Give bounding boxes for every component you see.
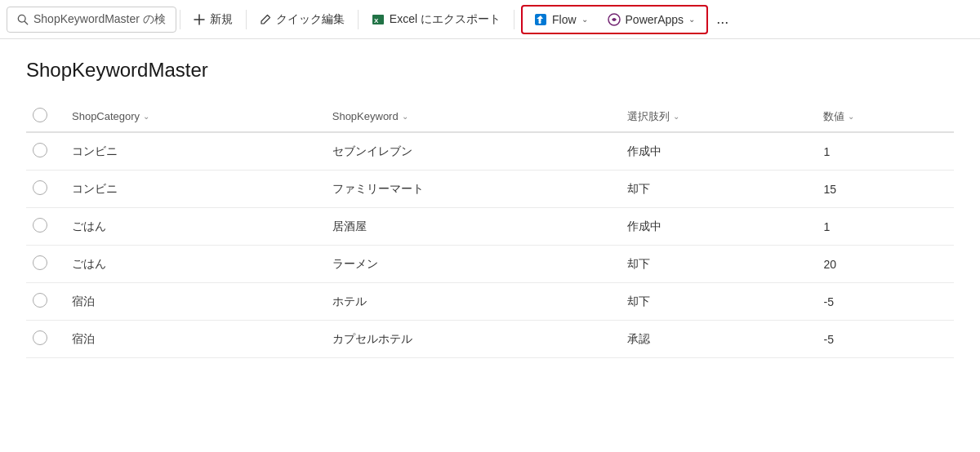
row-checkbox-cell — [26, 132, 59, 171]
col-sentakushi-label: 選択肢列 — [627, 109, 670, 124]
row-checkbox[interactable] — [33, 218, 47, 233]
col-shopcategory-label: ShopCategory — [72, 110, 140, 122]
powerapps-button[interactable]: PowerApps ⌄ — [598, 8, 706, 31]
table-row[interactable]: 宿泊ホテル却下-5 — [26, 283, 954, 321]
row-suchi: 1 — [810, 132, 954, 171]
edit-icon — [260, 14, 271, 25]
row-sentakushi: 却下 — [614, 246, 811, 283]
row-sentakushi: 却下 — [614, 171, 811, 208]
table-header: ShopCategory ⌄ ShopKeyword ⌄ 選択肢列 ⌄ — [26, 101, 954, 132]
col-shopkeyword-sort-icon: ⌄ — [402, 112, 408, 121]
divider-3 — [358, 10, 359, 29]
row-shopcategory: ごはん — [59, 208, 319, 246]
excel-icon: X — [372, 13, 385, 26]
quick-edit-button[interactable]: クイック編集 — [250, 7, 354, 32]
powerapps-chevron-icon: ⌄ — [688, 15, 695, 24]
data-table: ShopCategory ⌄ ShopKeyword ⌄ 選択肢列 ⌄ — [26, 101, 954, 358]
row-shopcategory: 宿泊 — [59, 283, 319, 321]
divider-1 — [180, 10, 180, 29]
svg-rect-7 — [538, 21, 541, 24]
table-body: コンビニセブンイレブン作成中1コンビニファミリーマート却下15ごはん居酒屋作成中… — [26, 132, 954, 358]
row-sentakushi: 却下 — [614, 283, 811, 321]
search-icon — [17, 14, 29, 25]
page-title: ShopKeywordMaster — [26, 59, 954, 82]
plus-icon — [194, 14, 205, 25]
row-shopcategory: コンビニ — [59, 132, 319, 171]
table-row[interactable]: ごはんラーメン却下20 — [26, 246, 954, 283]
col-header-shopkeyword[interactable]: ShopKeyword ⌄ — [319, 101, 614, 132]
row-suchi: -5 — [810, 321, 954, 358]
more-button[interactable]: ... — [708, 6, 737, 33]
row-shopcategory: コンビニ — [59, 171, 319, 208]
row-shopkeyword: ファミリーマート — [319, 171, 614, 208]
divider-2 — [246, 10, 247, 29]
powerapps-icon — [608, 13, 621, 26]
new-label: 新規 — [210, 12, 233, 27]
powerapps-label: PowerApps — [626, 13, 684, 26]
row-shopcategory: 宿泊 — [59, 321, 319, 358]
divider-4 — [514, 10, 514, 29]
row-checkbox[interactable] — [33, 330, 47, 345]
row-shopkeyword: 居酒屋 — [319, 208, 614, 246]
col-shopcategory-sort-icon: ⌄ — [143, 112, 149, 121]
toolbar: ShopKeywordMaster の検 新規 クイック編集 X Excel に… — [0, 0, 980, 39]
new-button[interactable]: 新規 — [184, 7, 243, 32]
more-label: ... — [716, 11, 728, 28]
quick-edit-label: クイック編集 — [276, 12, 345, 27]
row-shopkeyword: セブンイレブン — [319, 132, 614, 171]
row-checkbox[interactable] — [33, 255, 47, 270]
col-suchi-label: 数値 — [823, 109, 844, 124]
col-header-shopcategory[interactable]: ShopCategory ⌄ — [59, 101, 319, 132]
row-checkbox-cell — [26, 321, 59, 358]
checkbox-header — [26, 101, 59, 132]
col-suchi-sort-icon: ⌄ — [848, 112, 854, 121]
col-header-suchi[interactable]: 数値 ⌄ — [810, 101, 954, 132]
page-content: ShopKeywordMaster ShopCategory ⌄ ShopKey… — [0, 39, 980, 378]
row-sentakushi: 承認 — [614, 321, 811, 358]
table-header-row: ShopCategory ⌄ ShopKeyword ⌄ 選択肢列 ⌄ — [26, 101, 954, 132]
row-shopkeyword: ホテル — [319, 283, 614, 321]
flow-chevron-icon: ⌄ — [581, 15, 588, 24]
col-sentakushi-sort-icon: ⌄ — [673, 112, 679, 121]
row-suchi: 15 — [810, 171, 954, 208]
table-row[interactable]: コンビニセブンイレブン作成中1 — [26, 132, 954, 171]
row-checkbox-cell — [26, 246, 59, 283]
flow-powerapps-group: Flow ⌄ PowerApps ⌄ — [521, 5, 708, 34]
row-shopcategory: ごはん — [59, 246, 319, 283]
search-box[interactable]: ShopKeywordMaster の検 — [7, 7, 176, 33]
flow-label: Flow — [552, 13, 577, 26]
row-checkbox-cell — [26, 208, 59, 246]
row-checkbox-cell — [26, 171, 59, 208]
table-row[interactable]: 宿泊カプセルホテル承認-5 — [26, 321, 954, 358]
flow-icon — [534, 13, 547, 26]
row-shopkeyword: ラーメン — [319, 246, 614, 283]
row-checkbox[interactable] — [33, 180, 47, 195]
table-row[interactable]: ごはん居酒屋作成中1 — [26, 208, 954, 246]
table-row[interactable]: コンビニファミリーマート却下15 — [26, 171, 954, 208]
row-checkbox-cell — [26, 283, 59, 321]
row-suchi: -5 — [810, 283, 954, 321]
row-checkbox[interactable] — [33, 293, 47, 308]
select-all-checkbox[interactable] — [33, 108, 47, 122]
row-suchi: 20 — [810, 246, 954, 283]
col-header-sentakushi[interactable]: 選択肢列 ⌄ — [614, 101, 811, 132]
row-checkbox[interactable] — [33, 143, 47, 157]
svg-text:X: X — [374, 17, 379, 24]
row-suchi: 1 — [810, 208, 954, 246]
excel-export-label: Excel にエクスポート — [390, 12, 501, 27]
svg-line-1 — [24, 21, 28, 24]
row-sentakushi: 作成中 — [614, 132, 811, 171]
excel-export-button[interactable]: X Excel にエクスポート — [362, 7, 510, 32]
flow-button[interactable]: Flow ⌄ — [524, 8, 598, 31]
row-shopkeyword: カプセルホテル — [319, 321, 614, 358]
row-sentakushi: 作成中 — [614, 208, 811, 246]
search-text: ShopKeywordMaster の検 — [33, 12, 166, 27]
col-shopkeyword-label: ShopKeyword — [332, 110, 399, 122]
